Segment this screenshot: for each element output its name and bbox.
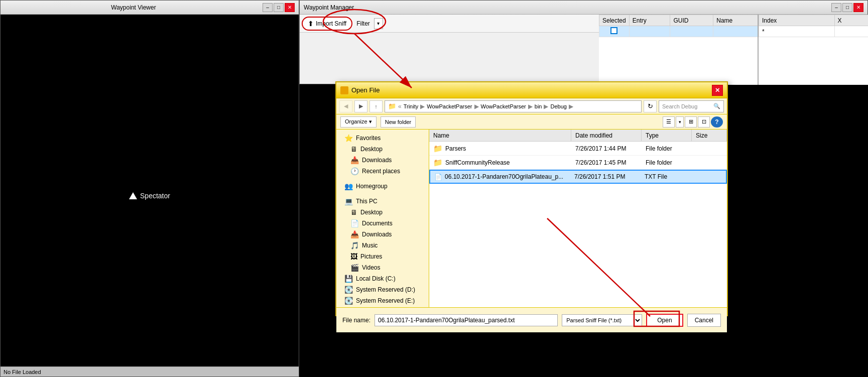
x-cell bbox=[834, 26, 868, 37]
col-entry: Entry bbox=[629, 15, 670, 26]
address-part-wow2: WowPacketParser bbox=[481, 103, 526, 109]
address-part-wow1: WowPacketParser bbox=[427, 103, 472, 109]
files-header: Name Date modified Type Size bbox=[429, 130, 727, 142]
header-size[interactable]: Size bbox=[692, 130, 727, 141]
waypoint-viewer-titlebar: Waypoint Viewer – □ ✕ bbox=[1, 1, 299, 15]
sidebar-item-documents[interactable]: 📄 Documents bbox=[336, 218, 429, 229]
up-button[interactable]: ↑ bbox=[369, 100, 383, 112]
sidebar-divider-1 bbox=[336, 177, 429, 181]
sidebar-item-drivee[interactable]: 💽 System Reserved (E:) bbox=[336, 295, 429, 306]
filetype-select[interactable]: Parsed Sniff File (*.txt) bbox=[562, 314, 642, 326]
spectator-triangle-icon bbox=[129, 192, 137, 199]
checkbox[interactable] bbox=[610, 27, 617, 34]
waypoint-manager-window: Waypoint Manager – □ ✕ ⬆ Import Sniff Fi… bbox=[299, 0, 868, 84]
cancel-button[interactable]: Cancel bbox=[687, 314, 721, 327]
pictures-icon: 🖼 bbox=[350, 253, 357, 261]
homegroup-icon: 👥 bbox=[344, 182, 353, 190]
new-folder-button[interactable]: New folder bbox=[381, 116, 416, 128]
left-data-table: Selected Entry GUID Name bbox=[599, 15, 759, 37]
refresh-button[interactable]: ↻ bbox=[644, 100, 657, 112]
filename-input[interactable] bbox=[375, 314, 558, 326]
manager-minimize-button[interactable]: – bbox=[831, 3, 841, 12]
import-sniff-button[interactable]: ⬆ Import Sniff bbox=[302, 17, 352, 31]
sidebar-item-localc[interactable]: 💾 Local Disk (C:) bbox=[336, 273, 429, 284]
drived-label: System Reserved (D:) bbox=[356, 286, 415, 293]
open-button[interactable]: Open bbox=[646, 314, 683, 327]
dialog-body: ⭐ Favorites 🖥 Desktop 📥 Downloads 🕐 Rece… bbox=[336, 130, 727, 307]
col-selected: Selected bbox=[599, 15, 630, 26]
forward-button[interactable]: ▶ bbox=[354, 100, 367, 112]
close-button[interactable]: ✕ bbox=[285, 3, 295, 12]
sidebar-item-homegroup[interactable]: 👥 Homegroup bbox=[336, 181, 429, 192]
minimize-button[interactable]: – bbox=[263, 3, 273, 12]
waypoint-viewer-title: Waypoint Viewer bbox=[5, 4, 263, 11]
videos-icon: 🎬 bbox=[350, 264, 359, 272]
desktop-icon: 🖥 bbox=[350, 145, 357, 153]
documents-label: Documents bbox=[362, 220, 393, 227]
name-cell bbox=[713, 26, 759, 37]
maximize-button[interactable]: □ bbox=[274, 3, 284, 12]
col-index: Index bbox=[759, 15, 835, 26]
dialog-toolbar: ◀ ▶ ↑ 📁 « Trinity ▶ WowPacketParser ▶ Wo… bbox=[336, 98, 727, 114]
sidebar-item-downloads-pc[interactable]: 📥 Downloads bbox=[336, 229, 429, 240]
manager-close-button[interactable]: ✕ bbox=[853, 3, 863, 12]
back-button[interactable]: ◀ bbox=[339, 100, 352, 112]
organize-bar: Organize ▾ New folder ☰ ▾ ⊞ ⊡ ? bbox=[336, 114, 727, 130]
header-date[interactable]: Date modified bbox=[571, 130, 642, 141]
sidebar-item-desktop-pc[interactable]: 🖥 Desktop bbox=[336, 207, 429, 218]
organize-button[interactable]: Organize ▾ bbox=[340, 116, 377, 128]
file-name-sniff: 📁 SniffCommunityRelease bbox=[429, 158, 571, 167]
documents-icon: 📄 bbox=[350, 219, 359, 227]
sidebar-divider-2 bbox=[336, 192, 429, 196]
view-dropdown-button[interactable]: ▾ bbox=[676, 116, 684, 128]
file-row-sniff-community[interactable]: 📁 SniffCommunityRelease 7/26/2017 1:45 P… bbox=[429, 156, 727, 170]
sidebar-item-thispc[interactable]: 💻 This PC bbox=[336, 196, 429, 207]
view-tiles-button[interactable]: ⊡ bbox=[698, 116, 710, 128]
homegroup-label: Homegroup bbox=[356, 183, 388, 190]
file-name-parsers: 📁 Parsers bbox=[429, 144, 571, 153]
recent-places-icon: 🕐 bbox=[350, 167, 359, 175]
folder-icon-parsers: 📁 bbox=[433, 144, 443, 153]
filter-dropdown[interactable]: ▾ bbox=[374, 18, 383, 29]
filename-label: File name: bbox=[342, 317, 370, 324]
view-list-button[interactable]: ☰ bbox=[663, 116, 675, 128]
manager-maximize-button[interactable]: □ bbox=[842, 3, 852, 12]
status-text: No File Loaded bbox=[4, 369, 41, 375]
thispc-label: This PC bbox=[356, 198, 378, 205]
sidebar-item-desktop-fav[interactable]: 🖥 Desktop bbox=[336, 144, 429, 155]
file-row-txt[interactable]: 📄 06.10.2017-1-Pandaren70OgrilaPlateau_p… bbox=[429, 170, 727, 184]
sidebar-item-music[interactable]: 🎵 Music bbox=[336, 240, 429, 251]
dialog-close-button[interactable]: ✕ bbox=[712, 85, 723, 96]
txt-file-icon: 📄 bbox=[434, 173, 442, 181]
sidebar-item-pictures[interactable]: 🖼 Pictures bbox=[336, 251, 429, 262]
dialog-bottom-bar: File name: Parsed Sniff File (*.txt) Ope… bbox=[336, 307, 727, 332]
table-row[interactable] bbox=[599, 26, 759, 37]
file-date-sniff: 7/26/2017 1:45 PM bbox=[571, 159, 642, 166]
table-header-row: Selected Entry GUID Name bbox=[599, 15, 759, 26]
sidebar-item-drived[interactable]: 💽 System Reserved (D:) bbox=[336, 284, 429, 295]
sidebar-item-favorites: ⭐ Favorites bbox=[336, 133, 429, 144]
view-buttons: ☰ ▾ ⊞ ⊡ ? bbox=[663, 116, 723, 128]
parsers-name: Parsers bbox=[445, 145, 466, 152]
help-button[interactable]: ? bbox=[711, 116, 723, 128]
dialog-sidebar: ⭐ Favorites 🖥 Desktop 📥 Downloads 🕐 Rece… bbox=[336, 130, 429, 307]
file-row-parsers[interactable]: 📁 Parsers 7/26/2017 1:44 PM File folder bbox=[429, 142, 727, 156]
col-x: X bbox=[834, 15, 868, 26]
dialog-title-icon bbox=[340, 86, 348, 94]
sidebar-item-downloads-fav[interactable]: 📥 Downloads bbox=[336, 155, 429, 166]
header-name[interactable]: Name bbox=[429, 130, 571, 141]
index-cell: * bbox=[759, 26, 835, 37]
header-type[interactable]: Type bbox=[642, 130, 692, 141]
downloads-pc-label: Downloads bbox=[362, 231, 392, 238]
address-bar[interactable]: 📁 « Trinity ▶ WowPacketParser ▶ WowPacke… bbox=[385, 100, 642, 112]
search-placeholder: Search Debug bbox=[662, 103, 697, 109]
search-box[interactable]: Search Debug 🔍 bbox=[659, 100, 724, 112]
file-type-sniff: File folder bbox=[642, 159, 692, 166]
videos-label: Videos bbox=[362, 264, 380, 271]
filter-label: Filter bbox=[354, 20, 372, 27]
sidebar-item-recent-places[interactable]: 🕐 Recent places bbox=[336, 166, 429, 177]
sidebar-item-videos[interactable]: 🎬 Videos bbox=[336, 262, 429, 273]
view-details-button[interactable]: ⊞ bbox=[685, 116, 697, 128]
file-type-parsers: File folder bbox=[642, 145, 692, 152]
address-part-debug: Debug bbox=[550, 103, 566, 109]
